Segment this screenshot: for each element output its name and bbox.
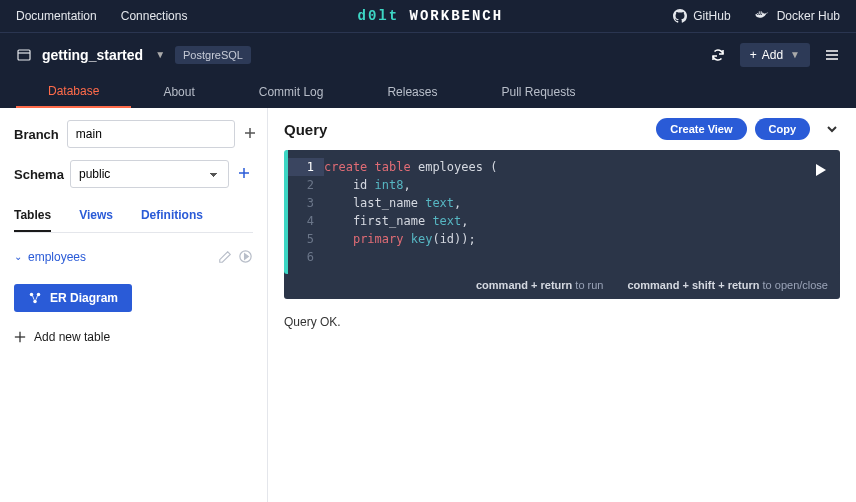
add-button[interactable]: + Add ▼ — [740, 43, 810, 67]
chevron-down-icon — [824, 121, 840, 137]
database-icon — [16, 47, 32, 63]
query-header: Query Create View Copy — [268, 108, 856, 150]
add-table-button[interactable]: Add new table — [14, 330, 253, 344]
db-type-badge: PostgreSQL — [175, 46, 251, 64]
run-query-button[interactable] — [812, 162, 828, 178]
code[interactable]: create table employees ( id int8, last_n… — [324, 158, 840, 266]
expand-icon[interactable]: ⌄ — [14, 251, 22, 262]
play-icon — [812, 162, 828, 178]
plus-icon — [237, 166, 251, 180]
query-result: Query OK. — [268, 299, 856, 345]
edit-table-button[interactable] — [218, 250, 232, 264]
database-selector[interactable]: getting_started ▼ — [16, 47, 165, 63]
tab-about[interactable]: About — [131, 76, 226, 108]
plus-icon — [14, 331, 26, 343]
sidebar-tab-tables[interactable]: Tables — [14, 200, 51, 232]
docker-link[interactable]: Docker Hub — [755, 9, 840, 23]
play-circle-icon — [238, 249, 253, 264]
tab-releases[interactable]: Releases — [355, 76, 469, 108]
diagram-icon — [28, 291, 42, 305]
branch-label: Branch — [14, 127, 59, 142]
nav-connections[interactable]: Connections — [121, 9, 188, 23]
content: Query Create View Copy 123456 create tab… — [268, 108, 856, 502]
add-branch-button[interactable] — [243, 126, 257, 142]
sql-editor[interactable]: 123456 create table employees ( id int8,… — [284, 150, 840, 274]
sidebar-tab-definitions[interactable]: Definitions — [141, 200, 203, 232]
editor-hints: command + return to run command + shift … — [284, 271, 840, 299]
gutter: 123456 — [288, 158, 324, 266]
query-title: Query — [284, 121, 648, 138]
topbar-right: GitHub Docker Hub — [673, 9, 840, 23]
tab-pull-requests[interactable]: Pull Requests — [469, 76, 607, 108]
plus-icon: + — [750, 48, 757, 62]
tab-database[interactable]: Database — [16, 76, 131, 108]
collapse-button[interactable] — [824, 121, 840, 137]
docker-icon — [755, 10, 771, 22]
table-link[interactable]: employees — [28, 250, 212, 264]
refresh-button[interactable] — [710, 47, 726, 63]
sidebar-tab-views[interactable]: Views — [79, 200, 113, 232]
copy-button[interactable]: Copy — [755, 118, 811, 140]
logo: d0lt WORKBENCH — [187, 8, 673, 24]
run-table-button[interactable] — [238, 249, 253, 264]
nav-documentation[interactable]: Documentation — [16, 9, 97, 23]
pencil-icon — [218, 250, 232, 264]
topbar-left: Documentation Connections — [16, 9, 187, 23]
topbar: Documentation Connections d0lt WORKBENCH… — [0, 0, 856, 32]
sidebar: Branch Schema public Tables Views Defini… — [0, 108, 268, 502]
branch-input[interactable] — [67, 120, 235, 148]
refresh-icon — [710, 47, 726, 63]
subbar: getting_started ▼ PostgreSQL + Add ▼ — [0, 32, 856, 76]
main: Branch Schema public Tables Views Defini… — [0, 108, 856, 502]
plus-icon — [243, 126, 257, 140]
github-icon — [673, 9, 687, 23]
er-diagram-button[interactable]: ER Diagram — [14, 284, 132, 312]
svg-rect-0 — [18, 50, 30, 60]
create-view-button[interactable]: Create View — [656, 118, 746, 140]
add-schema-button[interactable] — [237, 166, 253, 182]
chevron-down-icon: ▼ — [790, 49, 800, 60]
chevron-down-icon: ▼ — [155, 49, 165, 60]
table-row: ⌄ employees — [14, 243, 253, 270]
tab-commit-log[interactable]: Commit Log — [227, 76, 356, 108]
menu-button[interactable] — [824, 47, 840, 63]
nav-tabs: Database About Commit Log Releases Pull … — [0, 76, 856, 108]
sidebar-tabs: Tables Views Definitions — [14, 200, 253, 233]
schema-label: Schema — [14, 167, 62, 182]
menu-icon — [824, 47, 840, 63]
github-link[interactable]: GitHub — [673, 9, 730, 23]
schema-select[interactable]: public — [70, 160, 229, 188]
svg-point-15 — [33, 300, 37, 304]
